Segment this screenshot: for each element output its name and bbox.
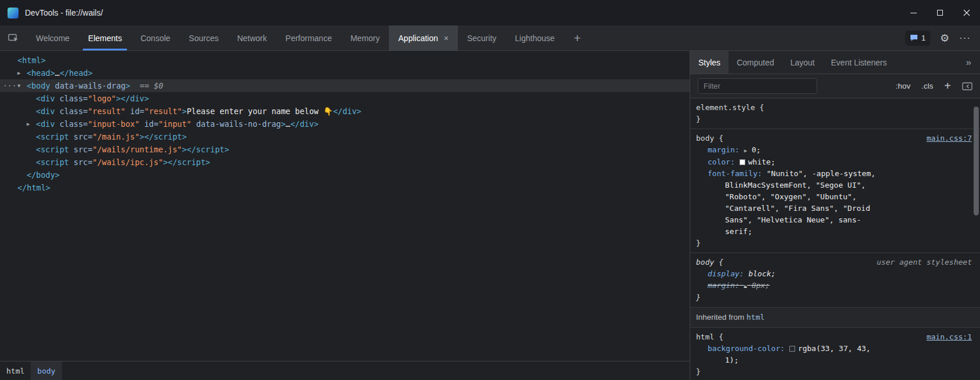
tab-elements[interactable]: Elements bbox=[79, 25, 131, 50]
tabbar-right: 1 ⚙ ··· bbox=[905, 25, 980, 50]
element-classes-button[interactable]: .cls bbox=[921, 82, 933, 90]
titlebar: DevTools - file://wails/ bbox=[0, 0, 980, 25]
css-declaration[interactable]: margin: ▶ 0; bbox=[696, 144, 883, 156]
toggle-element-state-button[interactable]: :hov bbox=[896, 82, 911, 90]
sidebar-tab-computed[interactable]: Computed bbox=[728, 51, 782, 74]
dom-node[interactable]: ···▼<body data-wails-drag> == $0 bbox=[0, 79, 690, 92]
tab-memory[interactable]: Memory bbox=[341, 25, 389, 50]
dom-node[interactable]: </body> bbox=[0, 169, 690, 181]
stylesheet-link[interactable]: main.css:7 bbox=[927, 133, 972, 144]
main-area: <html>▶<head>…</head>···▼<body data-wail… bbox=[0, 51, 980, 380]
dom-node[interactable]: <script src="/main.js"></script> bbox=[0, 130, 690, 143]
close-tab-icon[interactable]: × bbox=[444, 34, 449, 43]
css-property-value: "Nunito", -apple-system, BlinkMacSystemF… bbox=[725, 169, 876, 236]
tab-label: Application bbox=[398, 34, 438, 43]
chevron-overflow-icon: » bbox=[966, 57, 971, 68]
tab-welcome[interactable]: Welcome bbox=[27, 25, 79, 50]
window-title: DevTools - file://wails/ bbox=[25, 8, 103, 17]
inspect-icon bbox=[8, 32, 19, 44]
color-swatch[interactable] bbox=[789, 346, 795, 352]
maximize-button[interactable] bbox=[927, 0, 953, 25]
tab-sources[interactable]: Sources bbox=[180, 25, 228, 50]
dom-node[interactable]: <html> bbox=[0, 54, 690, 67]
tab-lighthouse[interactable]: Lighthouse bbox=[506, 25, 564, 50]
more-panels-button[interactable]: » bbox=[957, 51, 980, 74]
sidebar-toggle-icon bbox=[962, 82, 972, 91]
inherited-node-link[interactable]: html bbox=[746, 313, 764, 321]
rule-selector[interactable]: html { bbox=[696, 331, 723, 343]
expand-icon[interactable]: ▶ bbox=[17, 67, 20, 79]
collapse-icon[interactable]: ▼ bbox=[17, 79, 20, 92]
breadcrumb-item-html[interactable]: html bbox=[0, 361, 31, 380]
more-menu-icon: ··· bbox=[959, 32, 971, 43]
rule-selector[interactable]: body { bbox=[696, 257, 723, 268]
css-declaration[interactable]: background-color: rgba(33, 37, 43, 1); bbox=[696, 343, 883, 366]
issues-count: 1 bbox=[921, 34, 926, 42]
rule-selector[interactable]: element.style { bbox=[696, 102, 764, 114]
expand-shorthand-icon[interactable]: ▶ bbox=[744, 283, 747, 289]
dom-node[interactable]: ▶<head>…</head> bbox=[0, 67, 690, 79]
scrollbar-thumb[interactable] bbox=[974, 107, 979, 215]
tab-label: Elements bbox=[88, 34, 122, 43]
tab-label: Welcome bbox=[36, 34, 70, 43]
css-property-name: font-family: bbox=[708, 169, 762, 178]
rule-origin: user agent stylesheet bbox=[877, 257, 972, 268]
css-declaration[interactable]: display: block; bbox=[696, 268, 883, 280]
style-rule: body {user agent stylesheetdisplay: bloc… bbox=[690, 253, 980, 308]
dom-node[interactable]: ▶<div class="input-box" id="input" data-… bbox=[0, 118, 690, 130]
tab-performance[interactable]: Performance bbox=[276, 25, 341, 50]
tab-application[interactable]: Application× bbox=[389, 25, 458, 50]
styles-tab-list: StylesComputedLayoutEvent Listeners bbox=[690, 51, 895, 74]
css-property-name: margin: bbox=[708, 145, 739, 154]
styles-toolbar: :hov .cls + bbox=[690, 74, 980, 98]
styles-tab-strip: StylesComputedLayoutEvent Listeners » bbox=[690, 51, 980, 74]
css-property-name: background-color: bbox=[708, 344, 785, 353]
dom-node[interactable]: </html> bbox=[0, 181, 690, 194]
sidebar-tab-layout[interactable]: Layout bbox=[782, 51, 823, 74]
gear-icon: ⚙ bbox=[940, 32, 949, 44]
css-property-value: white; bbox=[748, 158, 775, 166]
add-tab-button[interactable]: + bbox=[564, 25, 591, 50]
inspect-button[interactable] bbox=[0, 25, 27, 50]
dom-node[interactable]: <div class="result" id="result">Please e… bbox=[0, 105, 690, 118]
settings-button[interactable]: ⚙ bbox=[940, 32, 949, 45]
expand-icon[interactable]: ▶ bbox=[27, 118, 30, 130]
new-style-rule-button[interactable]: + bbox=[944, 79, 951, 93]
tab-label: Sources bbox=[189, 34, 218, 43]
tab-network[interactable]: Network bbox=[228, 25, 276, 50]
dom-tree: <html>▶<head>…</head>···▼<body data-wail… bbox=[0, 51, 690, 361]
css-declaration[interactable]: font-family: "Nunito", -apple-system, Bl… bbox=[696, 168, 883, 237]
sidebar-tab-styles[interactable]: Styles bbox=[690, 51, 728, 74]
css-declaration[interactable]: margin: ▶ 8px; bbox=[696, 280, 883, 292]
devtools-window: DevTools - file://wails/ WelcomeElements… bbox=[0, 0, 980, 380]
window-controls bbox=[900, 0, 980, 25]
breadcrumb-item-body[interactable]: body bbox=[31, 361, 61, 380]
dom-node[interactable]: <script src="/wails/ipc.js"></script> bbox=[0, 156, 690, 169]
style-rule: body {main.css:7margin: ▶ 0;color: white… bbox=[690, 129, 980, 253]
rule-selector[interactable]: body { bbox=[696, 133, 723, 144]
stylesheet-link[interactable]: main.css:1 bbox=[927, 331, 972, 343]
dom-node[interactable]: <div class="logo"></div> bbox=[0, 92, 690, 105]
css-property-value: 0; bbox=[752, 145, 761, 154]
minimize-button[interactable] bbox=[900, 0, 927, 25]
close-window-button[interactable] bbox=[953, 0, 980, 25]
style-rule: html {main.css:1background-color: rgba(3… bbox=[690, 328, 980, 380]
tab-security[interactable]: Security bbox=[458, 25, 506, 50]
chat-bubble-icon bbox=[910, 34, 918, 42]
css-property-value: 8px; bbox=[752, 281, 770, 290]
dom-node[interactable]: <script src="/wails/runtime.js"></script… bbox=[0, 143, 690, 156]
expand-shorthand-icon[interactable]: ▶ bbox=[744, 148, 747, 154]
elements-panel: <html>▶<head>…</head>···▼<body data-wail… bbox=[0, 51, 690, 380]
more-actions-icon[interactable]: ··· bbox=[3, 79, 16, 92]
tabbar: WelcomeElementsConsoleSourcesNetworkPerf… bbox=[0, 25, 980, 51]
filter-input[interactable] bbox=[698, 78, 817, 94]
tab-console[interactable]: Console bbox=[131, 25, 179, 50]
tab-label: Console bbox=[140, 34, 170, 43]
issues-counter-button[interactable]: 1 bbox=[905, 31, 930, 46]
css-declaration[interactable]: color: white; bbox=[696, 156, 883, 168]
sidebar-tab-event-listeners[interactable]: Event Listeners bbox=[823, 51, 895, 74]
more-menu-button[interactable]: ··· bbox=[959, 32, 971, 44]
color-swatch[interactable] bbox=[739, 159, 745, 165]
sidebar-toggle-button[interactable] bbox=[962, 82, 972, 91]
css-property-name: margin: bbox=[708, 281, 739, 290]
